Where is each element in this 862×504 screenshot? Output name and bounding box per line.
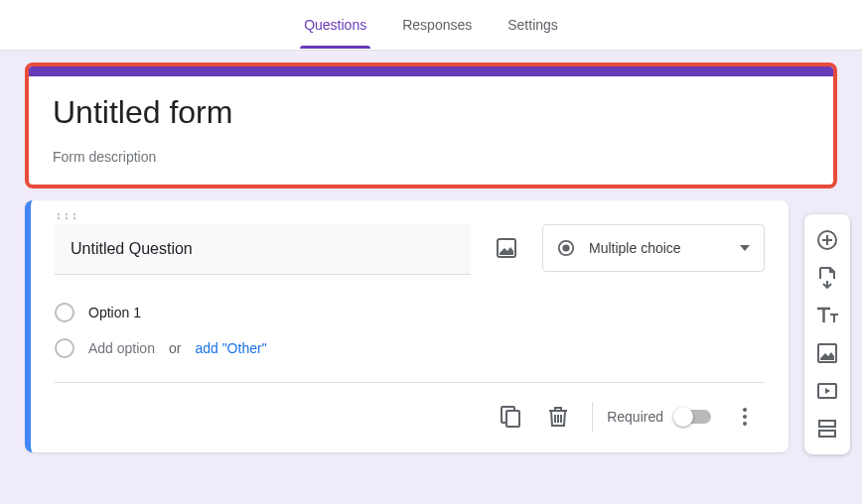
svg-point-5	[73, 217, 75, 219]
svg-rect-10	[506, 411, 519, 427]
svg-point-3	[58, 217, 60, 219]
radio-icon	[557, 239, 575, 257]
tab-responses[interactable]: Responses	[398, 1, 476, 49]
add-image-button[interactable]	[487, 224, 526, 272]
svg-point-13	[743, 422, 747, 426]
duplicate-button[interactable]	[491, 397, 530, 437]
side-toolbar	[804, 214, 850, 454]
divider	[55, 382, 765, 383]
or-text: or	[169, 340, 181, 356]
svg-point-11	[743, 408, 747, 412]
trash-icon	[549, 406, 567, 428]
question-header-row: Multiple choice	[55, 224, 765, 275]
delete-button[interactable]	[538, 397, 578, 437]
add-other-button[interactable]: add "Other"	[195, 340, 266, 356]
main-area: Untitled form Form description Multiple …	[0, 51, 862, 464]
svg-rect-18	[819, 431, 835, 437]
add-question-button[interactable]	[809, 222, 845, 258]
chevron-down-icon	[740, 245, 750, 251]
form-title-input[interactable]: Untitled form	[53, 94, 809, 131]
svg-rect-17	[819, 421, 835, 427]
svg-point-0	[58, 213, 60, 215]
more-options-button[interactable]	[725, 397, 765, 437]
section-icon	[817, 419, 837, 439]
required-toggle[interactable]	[675, 410, 711, 424]
tabs-container: Questions Responses Settings	[300, 1, 562, 49]
form-header-card[interactable]: Untitled form Form description	[25, 63, 837, 189]
svg-point-2	[73, 213, 75, 215]
image-icon	[495, 236, 518, 260]
question-footer: Required	[55, 389, 765, 444]
option-row[interactable]: Option 1	[55, 295, 765, 330]
add-video-button[interactable]	[809, 373, 845, 409]
text-icon	[816, 307, 838, 324]
image-icon	[816, 342, 838, 364]
video-icon	[816, 382, 838, 400]
add-option-button[interactable]: Add option	[88, 340, 155, 356]
plus-circle-icon	[816, 229, 838, 251]
add-image-button[interactable]	[809, 335, 845, 371]
form-description-input[interactable]: Form description	[53, 149, 809, 165]
radio-circle-icon	[55, 338, 74, 358]
copy-icon	[501, 406, 520, 428]
question-type-select[interactable]: Multiple choice	[542, 224, 765, 272]
required-label: Required	[607, 409, 663, 425]
svg-point-4	[66, 217, 68, 219]
import-questions-button[interactable]	[809, 260, 845, 296]
top-tabs-bar: Questions Responses Settings	[0, 0, 862, 51]
more-vert-icon	[743, 408, 747, 426]
svg-point-1	[66, 213, 68, 215]
question-card[interactable]: Multiple choice Option 1 Add option or a…	[25, 200, 789, 452]
radio-circle-icon	[55, 303, 74, 322]
import-icon	[817, 267, 837, 289]
tab-settings[interactable]: Settings	[503, 1, 562, 49]
drag-handle-icon[interactable]	[55, 208, 765, 224]
add-section-button[interactable]	[809, 411, 845, 446]
svg-point-8	[562, 244, 569, 251]
add-option-row: Add option or add "Other"	[55, 330, 765, 376]
question-title-input[interactable]	[55, 224, 471, 275]
tab-questions[interactable]: Questions	[300, 1, 370, 49]
separator	[592, 402, 593, 432]
add-title-button[interactable]	[809, 298, 845, 333]
option-text[interactable]: Option 1	[88, 305, 141, 320]
svg-point-12	[743, 415, 747, 419]
question-type-label: Multiple choice	[589, 240, 740, 256]
